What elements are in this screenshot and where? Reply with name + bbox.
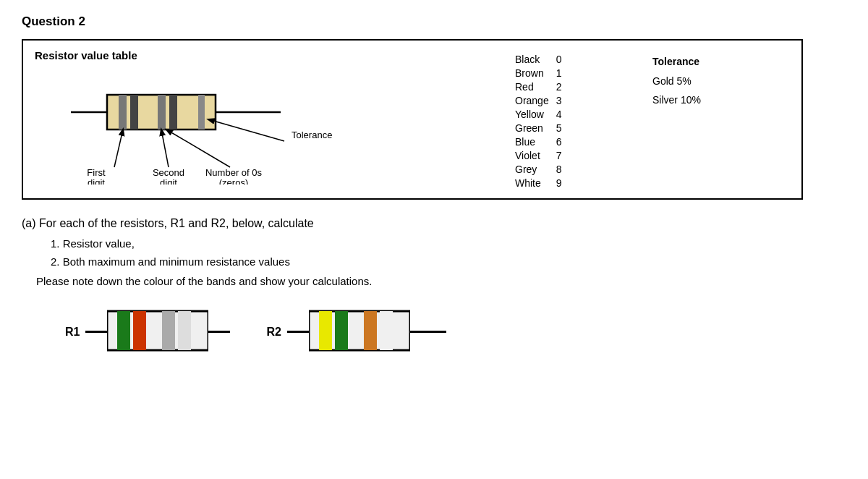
color-name: Grey [515,162,556,176]
svg-text:digit: digit [88,177,105,185]
r2-wrapper [287,309,446,355]
svg-text:First: First [87,167,106,178]
svg-rect-3 [130,95,138,130]
color-value: 9 [556,176,569,190]
r2-wire-right [410,331,446,333]
color-value: 3 [556,93,569,107]
svg-rect-6 [198,95,205,130]
svg-rect-4 [158,95,166,130]
svg-rect-23 [178,311,191,350]
svg-line-8 [114,130,123,167]
color-row: Red2 [515,80,569,93]
svg-rect-25 [319,311,332,350]
color-list: Black0Brown1Red2Orange3Yellow4Green5Blue… [515,52,631,190]
color-row: Violet7 [515,148,569,162]
svg-text:digit: digit [160,177,177,185]
svg-text:(zeros): (zeros) [219,177,248,185]
resistors-row: R1 R2 [22,309,846,355]
svg-rect-2 [119,95,127,130]
sub-item-2: 2. Both maximum and minimum resistance v… [51,255,846,268]
tolerance-gold: Gold 5% [652,72,701,91]
table-title: Resistor value table [35,49,501,62]
resistor-diagram: First digit Second digit Number of 0s (z… [35,69,367,185]
color-name: Green [515,121,556,135]
color-row: Yellow4 [515,107,569,121]
color-name: Blue [515,135,556,148]
r1-wrapper: R1 [65,309,230,355]
svg-rect-27 [364,311,377,350]
color-value: 0 [556,52,569,66]
note-text: Please note down the colour of the bands… [36,275,846,287]
svg-rect-22 [162,311,175,350]
tolerance-section: Tolerance Gold 5% Silver 10% [652,52,701,190]
color-name: Violet [515,148,556,162]
color-row: Grey8 [515,162,569,176]
r1-wire-left [85,331,107,333]
color-row: White9 [515,176,569,190]
color-value: 6 [556,135,569,148]
color-name: White [515,176,556,190]
color-row: Blue6 [515,135,569,148]
sub-item-1: 1. Resistor value, [51,237,846,250]
color-value: 7 [556,148,569,162]
svg-text:Second: Second [153,167,184,178]
color-table-section: Black0Brown1Red2Orange3Yellow4Green5Blue… [515,49,790,190]
svg-line-9 [161,130,169,167]
color-row: Black0 [515,52,569,66]
color-name: Yellow [515,107,556,121]
svg-text:Number of 0s: Number of 0s [205,167,263,178]
question-title: Question 2 [22,14,846,29]
color-name: Red [515,80,556,93]
r1-label: R1 [65,326,80,339]
svg-rect-28 [380,311,393,350]
r2-wire-left [287,331,309,333]
svg-rect-21 [133,311,146,350]
color-row: Brown1 [515,66,569,80]
diagram-section: Resistor value table [35,49,501,190]
part-a-section: (a) For each of the resistors, R1 and R2… [22,217,846,287]
color-row: Orange3 [515,93,569,107]
color-value: 8 [556,162,569,176]
color-value: 4 [556,107,569,121]
svg-text:Tolerance: Tolerance [292,130,332,140]
color-row: Green5 [515,121,569,135]
resistor-table-box: Resistor value table [22,39,803,200]
svg-line-10 [166,130,230,167]
part-a-label: (a) For each of the resistors, R1 and R2… [22,217,846,230]
r1-body [107,309,208,352]
tolerance-title: Tolerance [652,52,701,72]
r1-wire-right [208,331,230,333]
color-value: 5 [556,121,569,135]
svg-rect-20 [117,311,130,350]
tolerance-silver: Silver 10% [652,90,701,110]
color-value: 2 [556,80,569,93]
color-name: Orange [515,93,556,107]
r2-label: R2 [266,326,281,339]
color-name: Black [515,52,556,66]
svg-rect-5 [169,95,177,130]
color-name: Brown [515,66,556,80]
svg-rect-26 [335,311,348,350]
color-value: 1 [556,66,569,80]
r2-body [309,309,410,352]
svg-line-11 [208,119,284,141]
